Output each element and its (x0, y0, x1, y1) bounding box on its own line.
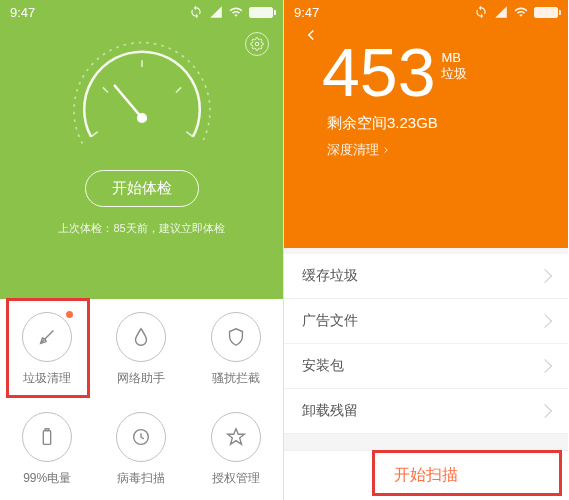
svg-point-0 (255, 42, 259, 46)
chevron-left-icon (302, 26, 320, 44)
chevron-right-icon (538, 314, 552, 328)
list-item-apk[interactable]: 安装包 (284, 344, 568, 389)
grid-label: 病毒扫描 (117, 470, 165, 487)
security-app-screen: 9:47 开始体检 上次体检：85天前，建议立即体检 (0, 0, 284, 500)
free-space-text: 剩余空间3.23GB (327, 114, 550, 133)
chevron-right-icon (538, 359, 552, 373)
status-time: 9:47 (294, 5, 319, 20)
broom-icon (36, 326, 58, 348)
start-check-button[interactable]: 开始体检 (85, 170, 199, 207)
feature-grid: 垃圾清理 网络助手 骚扰拦截 99%电量 病毒扫描 授权管理 (0, 299, 283, 500)
grid-label: 网络助手 (117, 370, 165, 387)
settings-button[interactable] (245, 32, 269, 56)
start-scan-button[interactable]: 开始扫描 (394, 465, 458, 486)
list-item-residual[interactable]: 卸载残留 (284, 389, 568, 434)
wifi-icon (514, 5, 528, 19)
svg-line-5 (176, 87, 181, 92)
hero-panel: 9:47 453 MB 垃圾 剩余空间3.23GB 深度清理 (284, 0, 568, 248)
list-item-ads[interactable]: 广告文件 (284, 299, 568, 344)
shield-icon (225, 326, 247, 348)
svg-line-1 (91, 132, 98, 137)
svg-rect-8 (43, 431, 50, 445)
status-icons (189, 5, 273, 19)
status-bar: 9:47 (284, 0, 568, 24)
grid-label: 授权管理 (212, 470, 260, 487)
status-icons (474, 5, 558, 19)
list-label: 安装包 (302, 357, 344, 375)
trash-unit: MB (441, 50, 467, 65)
grid-label: 99%电量 (23, 470, 71, 487)
deep-clean-link[interactable]: 深度清理 (327, 141, 550, 159)
deep-clean-label: 深度清理 (327, 141, 379, 159)
grid-label: 垃圾清理 (23, 370, 71, 387)
wifi-icon (229, 5, 243, 19)
list-label: 卸载残留 (302, 402, 358, 420)
battery-icon (36, 426, 58, 448)
sync-icon (474, 5, 488, 19)
chevron-right-icon (381, 145, 391, 155)
category-list: 缓存垃圾 广告文件 安装包 卸载残留 开始扫描 (284, 248, 568, 500)
svg-rect-9 (45, 429, 49, 431)
trash-size: 453 MB 垃圾 (322, 38, 550, 106)
signal-icon (494, 5, 508, 19)
grid-item-block[interactable]: 骚扰拦截 (189, 299, 283, 400)
drop-icon (130, 326, 152, 348)
chevron-right-icon (538, 404, 552, 418)
battery-icon (249, 7, 273, 18)
svg-line-2 (186, 132, 193, 137)
scan-bar: 开始扫描 (284, 450, 568, 500)
chevron-right-icon (538, 269, 552, 283)
hero-panel: 开始体检 上次体检：85天前，建议立即体检 (0, 24, 283, 299)
status-time: 9:47 (10, 5, 35, 20)
signal-icon (209, 5, 223, 19)
list-label: 缓存垃圾 (302, 267, 358, 285)
trash-number: 453 (322, 38, 435, 106)
gauge-meter (57, 36, 227, 166)
trash-unit-sub: 垃圾 (441, 65, 467, 83)
grid-label: 骚扰拦截 (212, 370, 260, 387)
scan-icon (130, 426, 152, 448)
grid-item-permission[interactable]: 授权管理 (189, 400, 283, 501)
last-check-text: 上次体检：85天前，建议立即体检 (58, 221, 224, 236)
list-item-cache[interactable]: 缓存垃圾 (284, 254, 568, 299)
grid-item-trash-clean[interactable]: 垃圾清理 (0, 299, 94, 400)
grid-item-battery[interactable]: 99%电量 (0, 400, 94, 501)
status-bar: 9:47 (0, 0, 283, 24)
sync-icon (189, 5, 203, 19)
grid-item-virus[interactable]: 病毒扫描 (94, 400, 188, 501)
grid-item-network[interactable]: 网络助手 (94, 299, 188, 400)
svg-line-4 (102, 87, 107, 92)
list-label: 广告文件 (302, 312, 358, 330)
star-icon (225, 426, 247, 448)
trash-clean-screen: 9:47 453 MB 垃圾 剩余空间3.23GB 深度清理 缓存垃圾 (284, 0, 568, 500)
badge-dot (66, 311, 73, 318)
svg-line-7 (114, 86, 141, 118)
battery-icon (534, 7, 558, 18)
gear-icon (250, 37, 264, 51)
